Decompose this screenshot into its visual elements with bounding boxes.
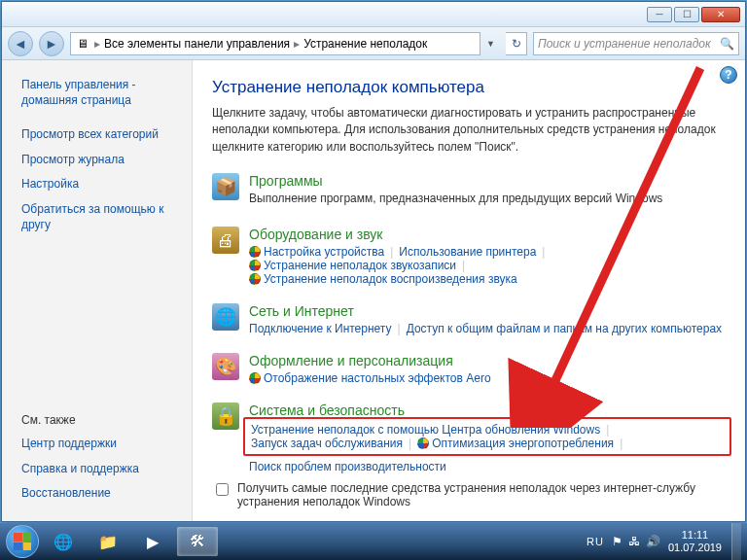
search-input[interactable]: Поиск и устранение неполадок 🔍 (533, 32, 739, 55)
link-configure-device[interactable]: Настройка устройства (249, 245, 384, 259)
sidebar-link-recovery[interactable]: Восстановление (21, 486, 182, 502)
category-title-network[interactable]: Сеть и Интернет (249, 303, 726, 319)
link-power-optimize[interactable]: Оптимизация энергопотребления (417, 437, 614, 450)
sidebar-link-help[interactable]: Справка и поддержка (21, 462, 182, 477)
taskbar-media-player[interactable]: ▶ (132, 527, 173, 556)
clock-date: 01.07.2019 (668, 542, 722, 554)
sidebar-link-action-center[interactable]: Центр поддержки (21, 437, 182, 452)
clock-time: 11:11 (668, 529, 722, 542)
category-title-programs[interactable]: Программы (249, 173, 726, 189)
search-placeholder: Поиск и устранение неполадок (538, 37, 711, 51)
link-use-printer[interactable]: Использование принтера (399, 245, 536, 259)
programs-icon: 📦 (212, 173, 239, 200)
sidebar-link-settings[interactable]: Настройка (21, 177, 182, 192)
online-troubleshoot-toggle[interactable]: Получить самые последние средства устран… (212, 481, 726, 508)
minimize-button[interactable]: ─ (647, 7, 672, 22)
shield-icon (417, 438, 429, 449)
page-title: Устранение неполадок компьютера (212, 78, 726, 97)
taskbar-clock[interactable]: 11:11 01.07.2019 (668, 529, 722, 553)
taskbar-explorer[interactable]: 📁 (88, 527, 128, 556)
hardware-icon: 🖨 (212, 227, 239, 254)
show-desktop-button[interactable] (731, 523, 741, 560)
nav-forward-button[interactable]: ► (39, 31, 64, 56)
breadcrumb[interactable]: 🖥 ▸ Все элементы панели управления ▸ Уст… (70, 32, 480, 55)
online-troubleshoot-label: Получить самые последние средства устран… (237, 481, 726, 508)
breadcrumb-item-troubleshoot[interactable]: Устранение неполадок (303, 37, 427, 51)
online-troubleshoot-checkbox[interactable] (216, 483, 229, 496)
close-button[interactable]: ✕ (701, 7, 740, 22)
category-title-personalization[interactable]: Оформление и персонализация (249, 353, 726, 368)
link-audio-playback[interactable]: Устранение неполадок воспроизведения зву… (249, 272, 517, 286)
volume-tray-icon[interactable]: 🔊 (646, 535, 660, 548)
shield-icon (249, 372, 261, 384)
link-audio-recording[interactable]: Устранение неполадок звукозаписи (249, 259, 456, 272)
sidebar-link-history[interactable]: Просмотр журнала (21, 153, 182, 168)
sidebar-see-also-header: См. также (21, 413, 182, 427)
content-area: Панель управления - домашняя страница Пр… (2, 60, 745, 521)
sidebar-link-all-categories[interactable]: Просмотр всех категорий (21, 127, 182, 143)
breadcrumb-item-all[interactable]: Все элементы панели управления (104, 37, 290, 51)
chevron-right-icon: ▸ (94, 37, 100, 51)
system-tray: RU ⚑ 🖧 🔊 11:11 01.07.2019 (587, 529, 722, 553)
security-icon: 🔒 (212, 402, 239, 430)
link-maintenance-tasks[interactable]: Запуск задач обслуживания (251, 437, 403, 450)
windows-logo-icon (14, 533, 31, 550)
control-panel-icon: 🖥 (75, 36, 90, 52)
taskbar-control-panel[interactable]: 🛠 (177, 527, 218, 556)
breadcrumb-dropdown-button[interactable]: ▼ (486, 39, 500, 49)
category-personalization: 🎨 Оформление и персонализация Отображени… (212, 353, 726, 385)
network-tray-icon[interactable]: 🖧 (628, 535, 640, 548)
link-aero-effects[interactable]: Отображение настольных эффектов Aero (249, 371, 491, 385)
category-network: 🌐 Сеть и Интернет Подключение к Интернет… (212, 303, 726, 335)
chevron-right-icon: ▸ (294, 37, 300, 51)
personalization-icon: 🎨 (212, 353, 239, 380)
window-titlebar: ─ ☐ ✕ (2, 2, 745, 27)
sidebar: Панель управления - домашняя страница Пр… (2, 60, 193, 521)
taskbar-ie[interactable]: 🌐 (43, 527, 84, 556)
shield-icon (249, 260, 261, 271)
nav-back-button[interactable]: ◄ (8, 31, 33, 56)
start-button[interactable] (6, 525, 39, 558)
annotation-highlight: Устранение неполадок с помощью Центра об… (243, 417, 731, 456)
flag-tray-icon[interactable]: ⚑ (612, 535, 622, 548)
search-icon: 🔍 (720, 37, 734, 51)
link-shared-access[interactable]: Доступ к общим файлам и папкам на других… (407, 322, 722, 335)
category-hardware: 🖨 Оборудование и звук Настройка устройст… (212, 227, 726, 286)
network-icon: 🌐 (212, 303, 239, 331)
link-internet-connect[interactable]: Подключение к Интернету (249, 322, 392, 335)
category-title-hardware[interactable]: Оборудование и звук (249, 227, 726, 242)
refresh-button[interactable]: ↻ (506, 32, 527, 55)
maximize-button[interactable]: ☐ (674, 7, 699, 22)
shield-icon (249, 246, 261, 258)
page-intro: Щелкните задачу, чтобы автоматически диа… (212, 105, 726, 156)
category-title-security[interactable]: Система и безопасность (249, 402, 726, 418)
sidebar-link-home[interactable]: Панель управления - домашняя страница (21, 78, 182, 108)
link-windows-update-troubleshoot[interactable]: Устранение неполадок с помощью Центра об… (251, 423, 600, 437)
help-icon[interactable]: ? (720, 66, 737, 84)
sidebar-link-friend-help[interactable]: Обратиться за помощью к другу (21, 202, 182, 232)
link-performance-problems[interactable]: Поиск проблем производительности (249, 460, 446, 473)
input-language[interactable]: RU (587, 536, 604, 547)
main-panel: ? Устранение неполадок компьютера Щелкни… (193, 60, 745, 521)
category-security: 🔒 Система и безопасность Устранение непо… (212, 402, 726, 473)
control-panel-window: ─ ☐ ✕ ◄ ► 🖥 ▸ Все элементы панели управл… (1, 1, 746, 522)
category-programs: 📦 Программы Выполнение программ, предназ… (212, 173, 726, 209)
shield-icon (249, 273, 261, 285)
address-bar: ◄ ► 🖥 ▸ Все элементы панели управления ▸… (2, 27, 745, 60)
programs-subtext[interactable]: Выполнение программ, предназначенных для… (249, 192, 726, 205)
taskbar: 🌐 📁 ▶ 🛠 RU ⚑ 🖧 🔊 11:11 01.07.2019 (0, 523, 747, 560)
tray-icons[interactable]: ⚑ 🖧 🔊 (612, 535, 660, 548)
